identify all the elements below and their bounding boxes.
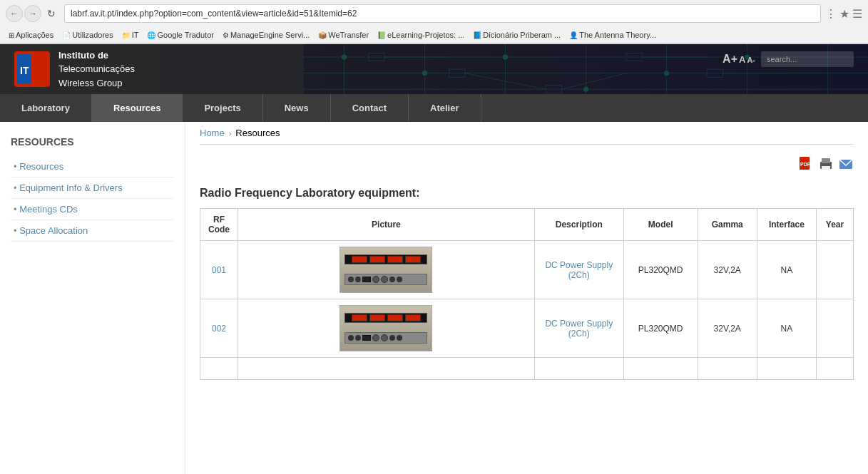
description-link-001[interactable]: DC Power Supply (2Ch): [545, 260, 613, 280]
email-icon[interactable]: [838, 156, 854, 172]
bookmarks-bar: ⊞ Aplicações 📄 Utilizadores 📁 IT 🌐 Googl…: [0, 27, 868, 43]
breadcrumb-current: Resources: [235, 128, 280, 138]
bookmark-aplicacoes[interactable]: ⊞ Aplicações: [6, 29, 56, 41]
description-cell-001: DC Power Supply (2Ch): [534, 241, 623, 299]
year-cell-002: [816, 299, 853, 358]
extensions-icon[interactable]: ⋮: [825, 7, 837, 21]
description-link-002[interactable]: DC Power Supply (2Ch): [545, 319, 613, 339]
description-cell-002: DC Power Supply (2Ch): [534, 299, 623, 358]
rf-code-link-002[interactable]: 002: [212, 324, 226, 334]
sidebar-item-resources: Resources: [11, 156, 174, 177]
svg-point-16: [422, 71, 427, 76]
menu-icon[interactable]: ☰: [852, 7, 862, 21]
reload-button[interactable]: ↻: [43, 5, 60, 22]
gamma-cell-002: 32V,2A: [698, 299, 757, 358]
nav-item-contact: Contact: [331, 94, 409, 122]
nav-item-news: News: [263, 94, 331, 122]
breadcrumb-separator: ›: [229, 129, 232, 138]
bookmark-wetransfer[interactable]: 📦 WeTransfer: [315, 29, 372, 41]
breadcrumb-home-link[interactable]: Home: [200, 128, 225, 138]
sidebar-link-equipment[interactable]: Equipment Info & Drivers: [11, 177, 174, 198]
svg-text:PDF: PDF: [800, 162, 811, 167]
gear-icon: ⚙: [223, 31, 229, 39]
table-body: 001: [200, 241, 854, 380]
dictionary-icon: 📘: [473, 31, 481, 39]
site-title: Instituto de Telecomunicações Wireless G…: [58, 48, 135, 91]
pdf-icon[interactable]: PDF: [798, 156, 814, 172]
elearning-icon: 📗: [377, 31, 386, 39]
bookmark-antenna[interactable]: 👤 The Antenna Theory...: [566, 29, 659, 41]
header-controls: A+ A A-: [723, 51, 854, 67]
col-header-year: Year: [816, 209, 853, 241]
sidebar-menu: Resources Equipment Info & Drivers Meeti…: [11, 156, 174, 242]
transfer-icon: 📦: [318, 31, 327, 39]
rf-code-002: 002: [200, 299, 238, 358]
svg-rect-34: [822, 158, 830, 163]
bookmark-star-icon[interactable]: ★: [839, 7, 849, 21]
model-cell-002: PL320QMD: [623, 299, 698, 358]
apps-icon: ⊞: [9, 31, 14, 39]
user-icon: 👤: [569, 31, 578, 39]
device-image-001: [339, 247, 432, 293]
nav-link-laboratory[interactable]: Laboratory: [0, 94, 91, 122]
translate-icon: 🌐: [147, 31, 155, 39]
bookmark-dicionario[interactable]: 📘 Dicionário Priberam ...: [470, 29, 563, 41]
svg-point-17: [503, 55, 508, 60]
sidebar-link-meetings[interactable]: Meetings CDs: [11, 199, 174, 220]
page-title: Radio Frequency Laboratory equipment:: [200, 187, 854, 200]
nav-link-news[interactable]: News: [263, 94, 330, 122]
forward-button[interactable]: →: [24, 5, 41, 22]
sidebar-link-resources[interactable]: Resources: [11, 156, 174, 177]
rf-code-link-001[interactable]: 001: [212, 265, 226, 275]
table-row: 002: [200, 299, 854, 358]
nav-link-projects[interactable]: Projects: [183, 94, 262, 122]
breadcrumb: Home › Resources: [200, 122, 854, 145]
col-header-rf-code: RF Code: [200, 209, 238, 241]
site-logo: IT Instituto de Telecomunicações Wireles…: [0, 44, 149, 94]
nav-link-contact[interactable]: Contact: [331, 94, 408, 122]
device-image-002: [339, 305, 432, 351]
nav-list: Laboratory Resources Projects News Conta…: [0, 94, 868, 122]
bookmark-elearning[interactable]: 📗 eLearning-Projetos: ...: [374, 29, 467, 41]
content-actions: PDF: [200, 152, 854, 176]
svg-point-19: [664, 71, 669, 76]
font-increase-button[interactable]: A+: [723, 53, 737, 66]
gamma-cell-empty: [698, 358, 757, 380]
browser-toolbar: ← → ↻ ⋮ ★ ☰: [0, 0, 868, 27]
search-input[interactable]: [761, 51, 854, 67]
svg-text:IT: IT: [20, 65, 29, 76]
model-cell-empty: [623, 358, 698, 380]
back-button[interactable]: ←: [6, 5, 23, 22]
sidebar-title: RESOURCES: [11, 136, 174, 148]
bookmark-google-tradutor[interactable]: 🌐 Google Tradutor: [144, 29, 217, 41]
font-controls: A+ A A-: [723, 53, 755, 66]
bookmark-it[interactable]: 📁 IT: [119, 29, 142, 41]
sidebar-item-meetings: Meetings CDs: [11, 199, 174, 220]
font-decrease-button[interactable]: A-: [747, 56, 755, 64]
print-icon[interactable]: [818, 156, 834, 172]
nav-item-atelier: Atelier: [409, 94, 481, 122]
nav-link-resources[interactable]: Resources: [92, 94, 182, 122]
svg-rect-35: [822, 166, 830, 170]
sidebar-item-equipment: Equipment Info & Drivers: [11, 177, 174, 199]
sidebar-link-space-allocation[interactable]: Space Allocation: [11, 220, 174, 241]
font-normal-button[interactable]: A: [739, 54, 745, 65]
main-nav: Laboratory Resources Projects News Conta…: [0, 94, 868, 122]
interface-cell-empty: [757, 358, 816, 380]
bookmark-utilizadores[interactable]: 📄 Utilizadores: [59, 29, 116, 41]
browser-icons: ⋮ ★ ☰: [825, 7, 862, 21]
table-row: 001: [200, 241, 854, 299]
interface-cell-002: NA: [757, 299, 816, 358]
svg-point-18: [583, 87, 588, 92]
nav-item-projects: Projects: [183, 94, 262, 122]
year-cell-empty: [816, 358, 853, 380]
bookmark-manageengine[interactable]: ⚙ ManageEngine Servi...: [220, 29, 312, 41]
browser-chrome: ← → ↻ ⋮ ★ ☰ ⊞ Aplicações 📄 Utilizadores …: [0, 0, 868, 44]
col-header-model: Model: [623, 209, 698, 241]
model-cell-001: PL320QMD: [623, 241, 698, 299]
main-content: Home › Resources PDF Radio Frequency Lab…: [185, 122, 868, 474]
nav-link-atelier[interactable]: Atelier: [409, 94, 480, 122]
main-wrapper: RESOURCES Resources Equipment Info & Dri…: [0, 122, 868, 474]
address-bar[interactable]: [64, 4, 821, 23]
site-header: IT Instituto de Telecomunicações Wireles…: [0, 44, 868, 94]
